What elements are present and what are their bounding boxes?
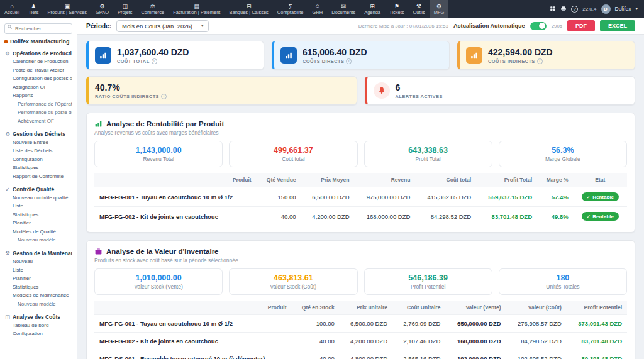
stat-value: 1,010,000.00 [97, 273, 219, 282]
menu-label: MFG [434, 9, 445, 15]
table-row: MFG-DS-001 - Ensemble tuyau retourné 10 … [94, 350, 627, 359]
info-icon[interactable]: i [161, 94, 167, 99]
sidebar-item[interactable]: ⚒ Gestion de la Maintenance [4, 249, 72, 258]
sidebar-item[interactable]: Configuration des postes de travail [4, 75, 72, 84]
topnav-item[interactable]: ◫ Projets [113, 0, 136, 18]
revenue-cell: 975,000.00 DZD [355, 187, 416, 207]
module-title[interactable]: Dolifex Manufacturing [4, 38, 72, 45]
column-header[interactable]: Qté Vendue [257, 173, 301, 187]
sidebar-item[interactable]: Liste des Déchets [4, 147, 72, 156]
sidebar-item[interactable]: ◫ Analyse des Coûts [4, 313, 72, 322]
status-text: Rentable [592, 214, 614, 219]
column-header[interactable]: Produit [94, 173, 257, 187]
sidebar-item[interactable]: Statistiques [4, 211, 72, 219]
column-header[interactable]: État [574, 173, 627, 187]
sidebar-item[interactable]: Liste [4, 202, 72, 211]
topnav-item[interactable]: ▤ Facturation | Paiement [169, 0, 225, 18]
column-header[interactable]: Revenu [355, 173, 416, 187]
column-header[interactable]: Coût Unitaire [392, 301, 445, 315]
topnav-item[interactable]: ⚑ Tickets [385, 0, 408, 18]
topnav-item[interactable]: ⊞ Agenda [360, 0, 385, 18]
sidebar-item[interactable]: Modèles de Qualité [4, 228, 72, 236]
topnav-item[interactable]: ✉ Documents [327, 0, 360, 18]
column-header[interactable]: Valeur (Vente) [445, 301, 506, 315]
sidebar-item[interactable]: Tableau de bord [4, 321, 72, 330]
sidebar-item[interactable]: Performance de l'Opérateur [4, 100, 72, 109]
sidebar-item[interactable]: Configuration [4, 155, 72, 164]
topnav-item[interactable]: ⌂ Accueil [0, 0, 24, 18]
column-header[interactable]: Profit Total [476, 173, 537, 187]
sidebar-item[interactable]: Liste [4, 266, 72, 275]
column-header[interactable]: Prix Moyen [301, 173, 355, 187]
sidebar-item-label: Nouveau contrôle qualité [13, 195, 69, 202]
sidebar-item[interactable]: Rapports [4, 92, 72, 101]
help-icon[interactable]: ? [571, 6, 578, 13]
column-header[interactable]: Coût total [415, 173, 476, 187]
column-header[interactable]: Prix unitaire [340, 301, 392, 315]
product-cell[interactable]: MFG-FG-002 - Kit de joints en caoutchouc [94, 333, 292, 350]
section-subtitle: Analyse revenus vs coûts avec marges bén… [94, 130, 627, 136]
sidebar-item[interactable]: Nouveau modèle [4, 236, 72, 245]
sidebar-item[interactable]: Rapport de Conformité [4, 172, 72, 181]
user-menu[interactable]: Dolifex [615, 6, 631, 12]
topnav-item[interactable]: ⚙ MFG [430, 0, 449, 18]
info-icon[interactable]: i [346, 58, 352, 64]
apps-grid-icon[interactable] [550, 6, 556, 12]
column-header[interactable]: Qté en Stock [292, 301, 340, 315]
pdf-button[interactable]: PDF [567, 20, 595, 31]
product-cell[interactable]: MFG-FG-001 - Tuyau en caoutchouc 10 m Ø … [94, 315, 292, 333]
menu-label: Commerce [141, 9, 164, 15]
excel-button[interactable]: EXCEL [600, 20, 635, 31]
column-header[interactable]: Produit [94, 301, 292, 315]
sidebar-item[interactable]: Planifier [4, 219, 72, 228]
sidebar-item[interactable]: Achèvement OF [4, 117, 72, 126]
avatar[interactable]: D [601, 4, 611, 14]
check-icon: ✓ [587, 194, 591, 200]
sidebar-item[interactable]: Poste de Travail Atelier [4, 66, 72, 75]
sidebar-item[interactable]: Planifier [4, 275, 72, 284]
sidebar-item[interactable]: Nouveau contrôle qualité [4, 194, 72, 202]
product-cell[interactable]: MFG-FG-002 - Kit de joints en caoutchouc [94, 207, 257, 226]
sidebar-section-icon: ♻ [4, 131, 11, 138]
info-icon[interactable]: i [537, 58, 543, 64]
column-header[interactable]: Profit Potentiel [567, 301, 627, 315]
sidebar-item[interactable]: Statistiques [4, 164, 72, 173]
menu-label: Facturation | Paiement [173, 9, 220, 15]
sidebar-item[interactable]: Statistiques [4, 283, 72, 292]
sidebar-item[interactable]: ⚙ Opérations de Production [4, 49, 72, 58]
sidebar-item[interactable]: Nouveau modèle [4, 300, 72, 309]
sidebar-item[interactable]: Calendrier de Production [4, 58, 72, 67]
column-header[interactable]: Valeur (Coût) [506, 301, 567, 315]
sidebar-item[interactable]: Nouveau [4, 258, 72, 267]
auto-refresh-toggle[interactable] [530, 22, 547, 30]
sidebar-item[interactable]: ✓ Contrôle Qualité [4, 185, 72, 194]
topnav-item[interactable]: ▣ Produits | Services [43, 0, 91, 18]
sidebar-item[interactable]: Nouvelle Entrée [4, 138, 72, 147]
column-header[interactable]: Marge % [537, 173, 574, 187]
qty-cell: 40.00 [292, 350, 340, 359]
search-input[interactable] [4, 23, 72, 34]
topnav-item[interactable]: ∑ Comptabilité [273, 0, 308, 18]
sidebar-item-label: Gestion des Déchets [13, 131, 65, 138]
product-cell[interactable]: MFG-FG-001 - Tuyau en caoutchouc 10 m Ø … [94, 187, 257, 207]
topnav-item[interactable]: ⚖ Commerce [136, 0, 169, 18]
product-cell[interactable]: MFG-DS-001 - Ensemble tuyau retourné 10 … [94, 350, 292, 359]
inventory-stats: 1,010,000.00 Valeur Stock (Vente) 463,81… [94, 268, 627, 295]
topnav-item[interactable]: ♟ Tiers [24, 0, 43, 18]
sidebar-item[interactable]: Assignation OF [4, 83, 72, 92]
sidebar-item[interactable]: ♻ Gestion des Déchets [4, 130, 72, 139]
topnav-item[interactable]: ⊟ Banques | Caisses [225, 0, 272, 18]
topnav-item[interactable]: ⚙ GPAO [91, 0, 113, 18]
period-select[interactable]: Mois en Cours (Jan. 2026) ▾ [116, 20, 209, 32]
sidebar-item-label: Tableau de bord [13, 323, 48, 329]
sidebar-item[interactable]: Performance du poste de travail [4, 109, 72, 118]
unit-price-cell: 6,500.00 DZD [340, 315, 392, 333]
topnav-item[interactable]: ☺ GRH [308, 0, 328, 18]
print-icon[interactable] [560, 6, 567, 12]
sidebar-item[interactable]: Modèles de Maintenance [4, 292, 72, 301]
info-icon[interactable]: i [152, 58, 157, 64]
menu-icon: ◫ [123, 3, 128, 9]
chevron-down-icon[interactable]: ▾ [635, 6, 638, 11]
topnav-item[interactable]: ⚒ Outils [409, 0, 430, 18]
sidebar-item[interactable]: Configuration [4, 330, 72, 339]
